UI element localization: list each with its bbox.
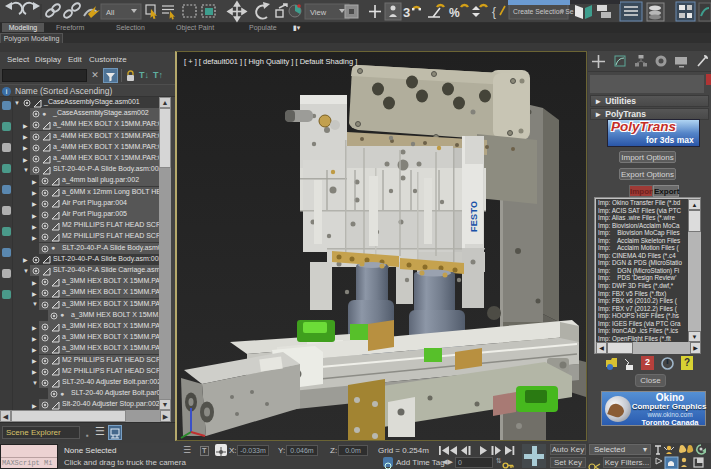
svg-text:FESTO: FESTO [469,201,479,232]
svg-text:3: 3 [403,5,410,20]
svg-text:All: All [106,8,115,17]
svg-text:Create Selection Se: Create Selection Se [513,8,574,15]
svg-text:{: { [492,5,496,19]
svg-text:%: % [449,6,460,20]
svg-text:View: View [310,8,327,17]
